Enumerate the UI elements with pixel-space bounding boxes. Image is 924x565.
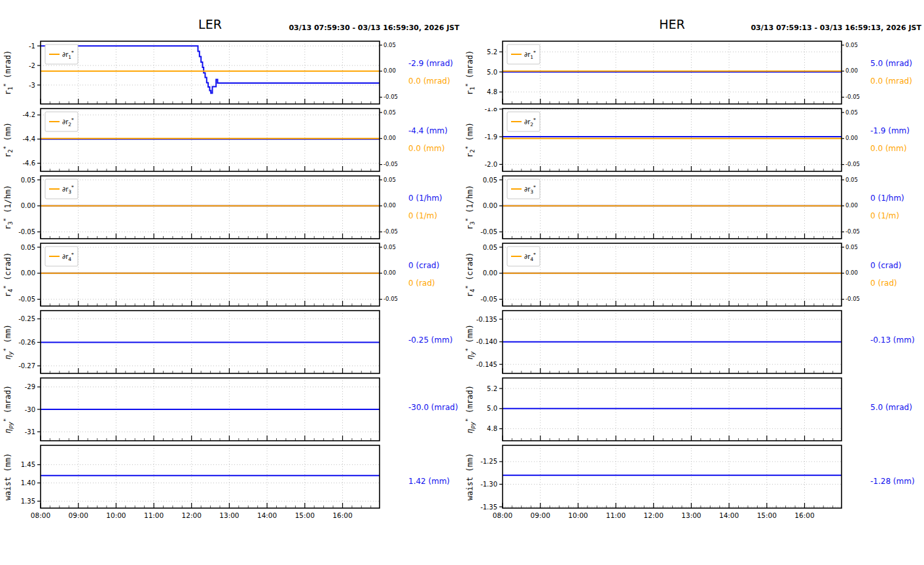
right-tick-label: 0.00 bbox=[845, 67, 858, 74]
y-tick-label: 0.00 bbox=[21, 269, 35, 277]
y-tick-label: 0.00 bbox=[21, 202, 35, 209]
current-value-labels: 5.0 (mrad) bbox=[868, 377, 924, 441]
y-tick-label: 1.40 bbox=[21, 479, 35, 487]
x-tick-label: 13:00 bbox=[681, 511, 701, 519]
y-tick-label: -2 bbox=[29, 62, 35, 69]
y-axis-label: r2* (mm) bbox=[3, 122, 14, 158]
x-tick-label: 12:00 bbox=[644, 511, 664, 519]
plot-row-etay: -0.135-0.140-0.145ηy* (mm)-0.13 (mm) bbox=[462, 310, 924, 374]
y-axis-label: r3* (1/hm) bbox=[3, 185, 14, 230]
current-value-label: 0 (rad) bbox=[870, 279, 897, 288]
legend: ∂r3* bbox=[45, 179, 78, 199]
right-tick-label: 0.05 bbox=[845, 42, 858, 48]
right-tick-label: -0.05 bbox=[845, 296, 860, 302]
current-value-label: -30.0 (mrad) bbox=[408, 403, 458, 412]
y-tick-label: -4.4 bbox=[22, 135, 35, 143]
panel-timerange: 03/13 07:59:13 - 03/13 16:59:13, 2026 JS… bbox=[751, 24, 921, 32]
y-tick-label: 5.0 bbox=[487, 69, 497, 76]
plot-canvas-r3: 0.050.00-0.050.050.00-0.05∂r3*r3* (1/hm) bbox=[0, 175, 406, 239]
current-value-label: 5.0 (mrad) bbox=[870, 403, 912, 412]
plot-canvas-etapy: -29-30-31ηpy* (mrad) bbox=[0, 377, 406, 441]
plot-canvas-r4: 0.050.00-0.050.050.00-0.05∂r4*r4* (crad) bbox=[0, 243, 406, 307]
plot-canvas-waist: 1.451.401.3508:0009:0010:0011:0012:0013:… bbox=[0, 445, 406, 524]
panel-timerange: 03/13 07:59:30 - 03/13 16:59:30, 2026 JS… bbox=[289, 24, 459, 32]
y-tick-label: -0.140 bbox=[476, 338, 497, 345]
panel-header: HER 03/13 07:59:13 - 03/13 16:59:13, 202… bbox=[462, 0, 924, 41]
right-tick-label: -0.05 bbox=[383, 296, 398, 302]
current-value-label: 0 (crad) bbox=[870, 261, 901, 270]
plot-row-etay: -0.25-0.26-0.27ηy* (mm)-0.25 (mm) bbox=[0, 310, 462, 374]
current-value-label: -0.13 (mm) bbox=[870, 335, 915, 345]
y-axis-label: ηpy* (mrad) bbox=[465, 385, 476, 434]
y-tick-label: -1.25 bbox=[480, 458, 497, 465]
series-r1 bbox=[41, 46, 380, 93]
y-tick-label: 0.00 bbox=[483, 202, 497, 209]
current-value-label: 0.0 (mrad) bbox=[408, 77, 450, 86]
current-value-label: 0 (rad) bbox=[408, 279, 435, 288]
plot-row-r3: 0.050.00-0.050.050.00-0.05∂r3*r3* (1/hm)… bbox=[462, 175, 924, 239]
x-tick-label: 10:00 bbox=[106, 511, 126, 519]
current-value-labels: 0 (1/hm)0 (1/m) bbox=[406, 175, 462, 239]
y-tick-label: -31 bbox=[25, 428, 35, 436]
plot-canvas-etay: -0.135-0.140-0.145ηy* (mm) bbox=[462, 310, 868, 374]
x-tick-label: 16:00 bbox=[332, 511, 352, 519]
legend: ∂r1* bbox=[507, 44, 540, 64]
plot-canvas-waist: -1.25-1.30-1.3508:0009:0010:0011:0012:00… bbox=[462, 445, 868, 524]
y-tick-label: 0.05 bbox=[21, 244, 35, 251]
y-axis-label: r1* (mrad) bbox=[465, 50, 476, 95]
right-tick-label: -0.05 bbox=[383, 161, 398, 167]
y-tick-label: -1.9 bbox=[484, 133, 497, 141]
right-tick-label: 0.05 bbox=[845, 244, 858, 250]
current-value-labels: 0 (crad)0 (rad) bbox=[868, 243, 924, 307]
y-tick-label: -0.145 bbox=[476, 361, 497, 368]
x-tick-label: 11:00 bbox=[144, 511, 164, 519]
right-tick-label: 0.05 bbox=[383, 42, 396, 48]
right-tick-label: 0.05 bbox=[845, 109, 858, 116]
current-value-label: 0 (crad) bbox=[408, 261, 439, 270]
current-value-label: 1.42 (mm) bbox=[408, 477, 450, 486]
current-value-labels: -1.9 (mm)0.0 (mm) bbox=[868, 108, 924, 172]
y-axis-label: r3* (1/hm) bbox=[465, 185, 476, 230]
panel-plots: 5.25.04.80.050.00-0.05∂r1*r1* (mrad)5.0 … bbox=[462, 41, 924, 524]
y-tick-label: -0.27 bbox=[18, 362, 35, 369]
current-value-label: 0 (1/hm) bbox=[408, 194, 442, 203]
y-axis-label: ηpy* (mrad) bbox=[3, 385, 14, 434]
current-value-label: 0.0 (mm) bbox=[870, 144, 907, 153]
x-tick-label: 14:00 bbox=[719, 511, 739, 519]
y-tick-label: -0.05 bbox=[18, 296, 35, 303]
plot-canvas-r1: 5.25.04.80.050.00-0.05∂r1*r1* (mrad) bbox=[462, 41, 868, 105]
plot-canvas-r3: 0.050.00-0.050.050.00-0.05∂r3*r3* (1/hm) bbox=[462, 175, 868, 239]
current-value-labels: -0.25 (mm) bbox=[406, 310, 462, 374]
x-tick-label: 08:00 bbox=[31, 511, 50, 519]
plot-row-r2: -4.2-4.4-4.60.050.00-0.05∂r2*r2* (mm)-4.… bbox=[0, 108, 462, 172]
current-value-labels: 0 (1/hm)0 (1/m) bbox=[868, 175, 924, 239]
panel-plots: -1-2-30.050.00-0.05∂r1*r1* (mrad)-2.9 (m… bbox=[0, 41, 462, 524]
current-value-labels: -4.4 (mm)0.0 (mm) bbox=[406, 108, 462, 172]
y-tick-label: -1.30 bbox=[480, 481, 497, 488]
y-tick-label: -4.2 bbox=[22, 111, 35, 118]
plot-canvas-etay: -0.25-0.26-0.27ηy* (mm) bbox=[0, 310, 406, 374]
x-tick-label: 11:00 bbox=[606, 511, 626, 519]
current-value-label: 0.0 (mm) bbox=[408, 144, 445, 153]
x-tick-label: 09:00 bbox=[69, 511, 88, 519]
y-tick-label: 0.00 bbox=[483, 269, 497, 277]
right-tick-label: 0.00 bbox=[845, 269, 858, 276]
y-tick-label: 1.35 bbox=[21, 498, 35, 505]
right-tick-label: 0.00 bbox=[845, 135, 858, 141]
right-tick-label: 0.00 bbox=[383, 67, 396, 74]
current-value-label: -4.4 (mm) bbox=[408, 126, 448, 135]
current-value-label: 5.0 (mrad) bbox=[870, 59, 912, 68]
legend: ∂r2* bbox=[507, 112, 540, 131]
y-tick-label: 0.05 bbox=[483, 244, 497, 251]
panel-header: LER 03/13 07:59:30 - 03/13 16:59:30, 202… bbox=[0, 0, 462, 41]
legend: ∂r4* bbox=[45, 247, 78, 266]
y-tick-label: -0.26 bbox=[18, 339, 35, 346]
plot-row-etapy: -29-30-31ηpy* (mrad)-30.0 (mrad) bbox=[0, 377, 462, 441]
x-tick-label: 15:00 bbox=[757, 511, 777, 519]
current-value-label: 0 (1/hm) bbox=[870, 194, 904, 203]
y-tick-label: -0.05 bbox=[480, 228, 497, 235]
right-tick-label: -0.05 bbox=[845, 228, 860, 235]
y-tick-label: -1 bbox=[29, 43, 35, 50]
right-tick-label: -0.05 bbox=[383, 228, 398, 235]
right-tick-label: 0.00 bbox=[383, 269, 396, 276]
